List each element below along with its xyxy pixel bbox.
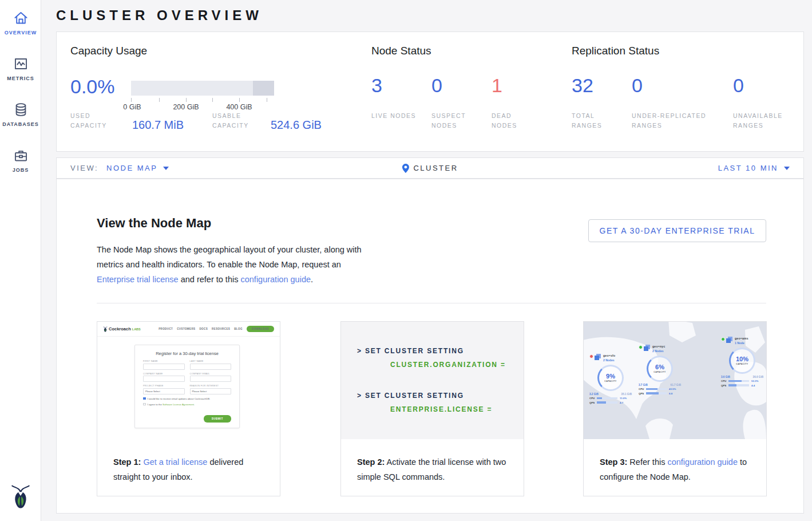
sidebar-item-label: METRICS <box>7 76 34 81</box>
breadcrumb-label: CLUSTER <box>413 164 458 172</box>
database-icon <box>13 102 29 117</box>
trial-registration-form-image: Register for a 30-day trial license FIRS… <box>134 345 240 428</box>
dead-nodes-label: DEAD NODES <box>492 111 537 131</box>
sidebar-item-jobs[interactable]: JOBS <box>0 137 41 183</box>
capacity-gauge-reserved-segment <box>253 81 274 96</box>
suspect-nodes-label: SUSPECT NODES <box>431 111 477 131</box>
get-trial-license-link[interactable]: Get a trial license <box>143 457 207 467</box>
gauge-tick-label: 0 GiB <box>123 103 141 111</box>
enterprise-trial-button[interactable]: GET A 30-DAY ENTERPRISE TRIAL <box>588 219 766 242</box>
capacity-used-percent: 0.0% <box>70 76 115 98</box>
sidebar-item-label: OVERVIEW <box>5 30 37 35</box>
gauge-tick-label: 200 GiB <box>173 103 199 111</box>
cluster-summary-panel: Capacity Usage 0.0% 0 GiB 200 GiB 400 Gi… <box>56 31 804 152</box>
unavailable-ranges-count: 0 <box>733 74 744 97</box>
download-button-image: DOWNLOAD <box>247 326 274 332</box>
time-range-dropdown[interactable]: LAST 10 MIN <box>718 164 790 172</box>
divider <box>97 303 766 303</box>
node-status-section: Node Status 3 LIVE NODES 0 SUSPECT NODES… <box>371 45 560 57</box>
sidebar: OVERVIEW METRICS DATABASES JOBS <box>0 0 41 521</box>
unavailable-ranges-label: UNAVAILABLE RANGES <box>733 111 796 131</box>
page-title: CLUSTER OVERVIEW <box>56 7 263 23</box>
node-locality-badge: geo=ams1 Node 10%CAPACITY 3.6 GiB36.6 Gi… <box>721 337 766 387</box>
time-range-value: LAST 10 MIN <box>718 164 778 172</box>
usable-capacity-value: 524.6 GiB <box>271 119 322 132</box>
total-ranges-label: TOTAL RANGES <box>572 111 623 131</box>
node-locality-badge: geo=nyc2 Nodes 6%CAPACITY 3.7 GiB61.7 Gi… <box>639 345 689 395</box>
chevron-down-icon <box>784 167 790 170</box>
node-cube-icon <box>595 356 599 360</box>
view-label: VIEW: <box>70 164 98 172</box>
capacity-usage-title: Capacity Usage <box>70 45 362 57</box>
briefcase-icon <box>13 148 29 163</box>
node-health-dot-live <box>639 345 643 349</box>
used-capacity-label: USED CAPACITY <box>70 111 128 131</box>
enterprise-trial-license-link[interactable]: Enterprise trial license <box>97 275 179 284</box>
total-ranges-count: 32 <box>572 74 593 97</box>
used-capacity-value: 160.7 MiB <box>132 119 184 132</box>
capacity-donut: 9%CAPACITY <box>597 365 624 391</box>
view-selector-dropdown[interactable]: NODE MAP <box>106 164 169 172</box>
sidebar-item-overview[interactable]: OVERVIEW <box>0 0 41 46</box>
submit-button-image: SUBMIT <box>204 415 231 423</box>
replication-status-title: Replication Status <box>572 45 801 57</box>
sidebar-item-label: DATABASES <box>2 121 39 127</box>
node-status-title: Node Status <box>371 45 560 57</box>
metrics-chart-icon <box>13 56 29 72</box>
sql-code-block: > SET CLUSTER SETTING CLUSTER.ORGANIZATI… <box>341 322 524 439</box>
node-map-preview-image: geo=sfo2 Nodes 9%CAPACITY 3.2 GiB35.1 Gi… <box>584 322 766 439</box>
location-pin-icon <box>402 164 409 173</box>
step1-caption: Step 1: Get a trial license delivered st… <box>113 455 267 484</box>
under-replicated-ranges-label: UNDER-REPLICATED RANGES <box>632 111 726 131</box>
capacity-donut: 6%CAPACITY <box>647 356 673 382</box>
site-nav: PRODUCT CUSTOMERS DOCS RESOURCES BLOG DO… <box>159 326 274 332</box>
usable-capacity-label: USABLE CAPACITY <box>212 111 270 131</box>
step3-caption: Step 3: Refer this configuration guide t… <box>600 455 753 484</box>
node-health-dot-dead <box>589 354 593 358</box>
cockroachdb-logo <box>10 484 31 511</box>
capacity-donut: 10%CAPACITY <box>729 348 755 374</box>
capacity-gauge-bar <box>131 81 274 96</box>
suspect-nodes-count: 0 <box>431 74 442 97</box>
node-cube-icon <box>726 338 731 343</box>
chevron-down-icon <box>163 167 169 170</box>
node-health-dot-live <box>721 337 725 341</box>
node-map-promo-panel: View the Node Map The Node Map shows the… <box>56 179 804 514</box>
gauge-tick-label: 400 GiB <box>226 103 252 111</box>
registration-screenshot: Cockroach LABS PRODUCT CUSTOMERS DOCS RE… <box>97 322 280 439</box>
live-nodes-count: 3 <box>371 74 382 97</box>
capacity-usage-section: Capacity Usage 0.0% 0 GiB 200 GiB 400 Gi… <box>70 45 362 57</box>
step1-card: Cockroach LABS PRODUCT CUSTOMERS DOCS RE… <box>97 321 280 496</box>
app-root: OVERVIEW METRICS DATABASES JOBS <box>0 0 812 521</box>
view-selector-value: NODE MAP <box>106 164 157 172</box>
sidebar-item-label: JOBS <box>13 167 29 173</box>
replication-status-section: Replication Status 32 TOTAL RANGES 0 UND… <box>572 45 801 57</box>
node-locality-badge: geo=sfo2 Nodes 9%CAPACITY 3.2 GiB35.1 Gi… <box>589 354 640 404</box>
configuration-guide-link[interactable]: configuration guide <box>240 275 311 284</box>
cockroach-labs-logo: Cockroach LABS <box>103 326 141 332</box>
view-toolbar: VIEW: NODE MAP CLUSTER LAST 10 MIN <box>56 157 804 179</box>
step2-card: > SET CLUSTER SETTING CLUSTER.ORGANIZATI… <box>340 321 524 496</box>
step2-caption: Step 2: Activate the trial license with … <box>357 455 510 484</box>
node-cube-icon <box>644 346 648 351</box>
sidebar-item-databases[interactable]: DATABASES <box>0 92 41 137</box>
home-icon <box>13 10 29 26</box>
capacity-gauge: 0 GiB 200 GiB 400 GiB <box>131 81 274 96</box>
section-description: The Node Map shows the geographical layo… <box>97 242 366 287</box>
dead-nodes-count: 1 <box>492 74 502 97</box>
breadcrumb-cluster[interactable]: CLUSTER <box>402 164 458 173</box>
live-nodes-label: LIVE NODES <box>371 111 417 121</box>
under-replicated-ranges-count: 0 <box>632 74 643 97</box>
configuration-guide-link[interactable]: configuration guide <box>667 457 738 467</box>
sidebar-item-metrics[interactable]: METRICS <box>0 46 41 92</box>
section-title: View the Node Map <box>97 216 211 231</box>
step3-card: geo=sfo2 Nodes 9%CAPACITY 3.2 GiB35.1 Gi… <box>583 321 767 496</box>
